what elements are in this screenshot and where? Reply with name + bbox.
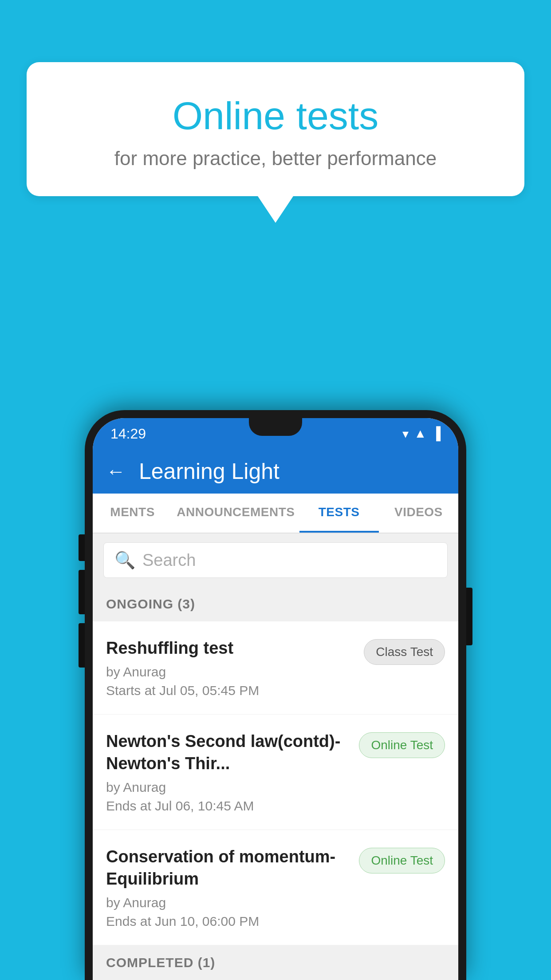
volume-down-button: [79, 570, 85, 614]
tab-ments[interactable]: MENTS: [93, 494, 172, 533]
completed-section-title: COMPLETED (1): [106, 955, 215, 970]
status-icons: ▾ ▲ ▐: [402, 427, 441, 441]
status-bar: 14:29 ▾ ▲ ▐: [93, 418, 458, 449]
app-bar: ← Learning Light: [93, 449, 458, 494]
speech-bubble-arrow: [258, 196, 293, 223]
test-list: Reshuffling test by Anurag Starts at Jul…: [93, 621, 458, 945]
signal-icon: ▲: [414, 427, 426, 441]
phone-wrapper: 14:29 ▾ ▲ ▐ ← Learning Light MENTS ANNOU…: [85, 410, 466, 980]
silent-button: [79, 623, 85, 668]
search-box[interactable]: 🔍 Search: [103, 542, 448, 578]
test-info-2: Newton's Second law(contd)-Newton's Thir…: [106, 731, 350, 814]
test-info-3: Conservation of momentum-Equilibrium by …: [106, 846, 350, 929]
test-time-2: Ends at Jul 06, 10:45 AM: [106, 798, 350, 814]
search-input[interactable]: Search: [142, 551, 196, 570]
speech-bubble-subtitle: for more practice, better performance: [62, 147, 489, 170]
test-item-1[interactable]: Reshuffling test by Anurag Starts at Jul…: [93, 621, 458, 715]
search-icon: 🔍: [114, 550, 135, 570]
search-container: 🔍 Search: [93, 533, 458, 587]
status-time: 14:29: [110, 426, 146, 442]
tab-videos[interactable]: VIDEOS: [379, 494, 458, 533]
test-badge-1: Class Test: [364, 639, 445, 665]
ongoing-section-title: ONGOING (3): [106, 597, 195, 611]
test-by-2: by Anurag: [106, 780, 350, 795]
test-name-1: Reshuffling test: [106, 637, 355, 659]
test-badge-2: Online Test: [359, 732, 445, 758]
completed-section-header: COMPLETED (1): [93, 945, 458, 980]
phone-screen: 14:29 ▾ ▲ ▐ ← Learning Light MENTS ANNOU…: [93, 418, 458, 980]
test-by-1: by Anurag: [106, 664, 355, 680]
test-by-3: by Anurag: [106, 895, 350, 910]
wifi-icon: ▾: [402, 427, 409, 441]
test-time-3: Ends at Jun 10, 06:00 PM: [106, 914, 350, 929]
app-title: Learning Light: [139, 458, 279, 484]
phone-outer: 14:29 ▾ ▲ ▐ ← Learning Light MENTS ANNOU…: [85, 410, 466, 980]
test-item-2[interactable]: Newton's Second law(contd)-Newton's Thir…: [93, 715, 458, 830]
speech-bubble: Online tests for more practice, better p…: [27, 62, 524, 196]
speech-bubble-container: Online tests for more practice, better p…: [27, 62, 524, 223]
tab-announcements[interactable]: ANNOUNCEMENTS: [172, 494, 299, 533]
volume-up-button: [79, 534, 85, 561]
notch: [249, 418, 302, 436]
test-name-3: Conservation of momentum-Equilibrium: [106, 846, 350, 890]
speech-bubble-title: Online tests: [62, 93, 489, 138]
tab-tests[interactable]: TESTS: [299, 494, 379, 533]
ongoing-section-header: ONGOING (3): [93, 587, 458, 621]
battery-icon: ▐: [432, 427, 441, 441]
tabs-bar: MENTS ANNOUNCEMENTS TESTS VIDEOS: [93, 494, 458, 533]
test-badge-3: Online Test: [359, 848, 445, 873]
test-name-2: Newton's Second law(contd)-Newton's Thir…: [106, 731, 350, 775]
power-button: [466, 588, 472, 645]
test-time-1: Starts at Jul 05, 05:45 PM: [106, 683, 355, 698]
test-item-3[interactable]: Conservation of momentum-Equilibrium by …: [93, 830, 458, 945]
test-info-1: Reshuffling test by Anurag Starts at Jul…: [106, 637, 355, 698]
back-button[interactable]: ←: [106, 460, 126, 482]
